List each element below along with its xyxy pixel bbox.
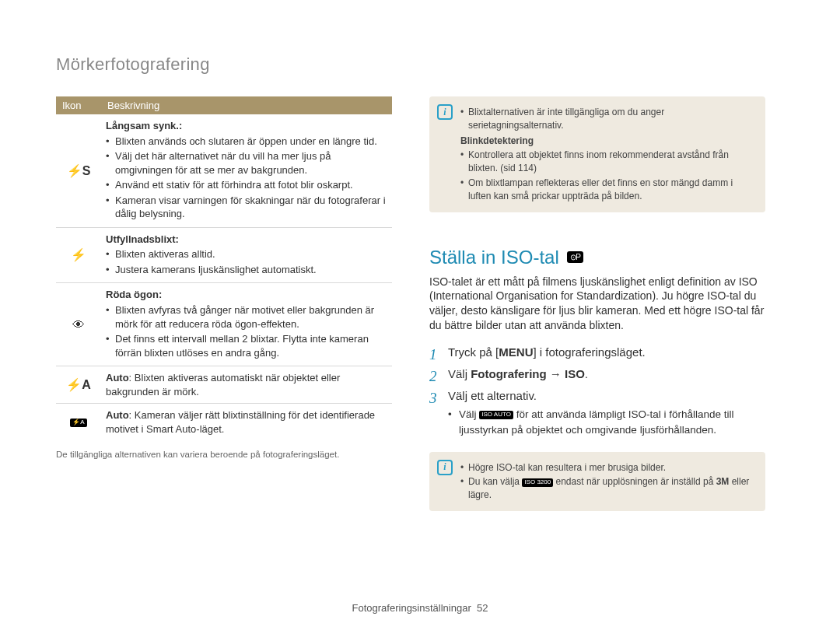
flash-fill-icon: ⚡ <box>56 227 101 283</box>
flash-options-table: Ikon Beskrivning ⚡S Långsam synk.: Blixt… <box>56 96 392 440</box>
note-box-bottom: i Högre ISO-tal kan resultera i mer brus… <box>429 452 765 511</box>
step-2: Välj Fotografering → ISO. <box>429 366 765 383</box>
list-item: Blixten avfyras två gånger när motivet e… <box>106 303 387 331</box>
table-head-desc: Beskrivning <box>101 96 392 114</box>
list-item: Justera kamerans ljuskänslighet automati… <box>106 263 387 277</box>
list-item: Det finns ett intervall mellan 2 blixtar… <box>106 332 387 359</box>
note-subheading: Blinkdetektering <box>460 135 756 148</box>
note-bullet: Blixtalternativen är inte tillgängliga o… <box>460 106 756 132</box>
list-item: Använd ett stativ för att förhindra att … <box>106 178 387 192</box>
menu-label: MENU <box>499 345 533 359</box>
table-footnote: De tillgängliga alternativen kan variera… <box>56 450 392 459</box>
row-title: Långsam synk.: <box>106 120 182 131</box>
row-title: Röda ögon: <box>106 289 162 300</box>
flash-smart-auto-icon: ⚡A <box>56 404 101 441</box>
note-bullet: Du kan välja ISO 3200 endast när upplösn… <box>460 475 756 502</box>
row-title: Auto <box>106 372 129 384</box>
flash-auto-icon: ⚡A <box>56 366 101 404</box>
list-item: Välj det här alternativet när du vill ha… <box>106 149 387 177</box>
left-column: Ikon Beskrivning ⚡S Långsam synk.: Blixt… <box>56 96 392 511</box>
step-3-sub: Välj ISO AUTO för att använda lämpligt I… <box>448 407 765 437</box>
info-icon: i <box>437 104 453 120</box>
list-item: Blixten används och slutaren är öppen un… <box>106 135 387 149</box>
table-row: Utfyllnadsblixt: Blixten aktiveras allti… <box>101 227 392 283</box>
list-item: Blixten aktiveras alltid. <box>106 247 387 261</box>
table-row: Auto: Kameran väljer rätt blixtinställni… <box>101 404 392 441</box>
iso-3200-icon: ISO 3200 <box>522 478 553 487</box>
info-icon: i <box>437 460 453 475</box>
note-bullet: Kontrollera att objektet finns inom reko… <box>460 149 756 175</box>
step-3: Välj ett alternativ. Välj ISO AUTO för a… <box>429 387 765 438</box>
red-eye-icon: 👁 <box>56 283 101 366</box>
note-bullet: Högre ISO-tal kan resultera i mer brusig… <box>460 461 756 475</box>
mode-p-icon: ⊙P <box>567 251 584 263</box>
iso-paragraph: ISO-talet är ett mått på filmens ljuskän… <box>429 275 765 334</box>
row-title: Utfyllnadsblixt: <box>106 233 179 245</box>
note-box-top: i Blixtalternativen är inte tillgängliga… <box>429 96 765 212</box>
row-title: Auto <box>106 409 129 421</box>
iso-steps: Tryck på [MENU] i fotograferingsläget. V… <box>429 344 765 437</box>
list-item: Kameran visar varningen för skakningar n… <box>106 194 387 221</box>
table-row: Långsam synk.: Blixten används och sluta… <box>101 114 392 227</box>
right-column: i Blixtalternativen är inte tillgängliga… <box>429 96 765 511</box>
step-1: Tryck på [MENU] i fotograferingsläget. <box>429 344 765 361</box>
note-bullet: Om blixtlampan reflekteras eller det fin… <box>460 177 756 203</box>
iso-heading: Ställa in ISO-tal ⊙P <box>429 247 765 268</box>
flash-slow-sync-icon: ⚡S <box>56 114 101 227</box>
page-footer: Fotograferingsinställningar 52 <box>0 602 840 614</box>
table-head-icon: Ikon <box>56 96 101 114</box>
table-row: Auto: Blixten aktiveras automatiskt när … <box>101 366 392 404</box>
page-title: Mörkerfotografering <box>56 54 784 75</box>
iso-auto-icon: ISO AUTO <box>479 411 513 419</box>
table-row: Röda ögon: Blixten avfyras två gånger nä… <box>101 283 392 366</box>
